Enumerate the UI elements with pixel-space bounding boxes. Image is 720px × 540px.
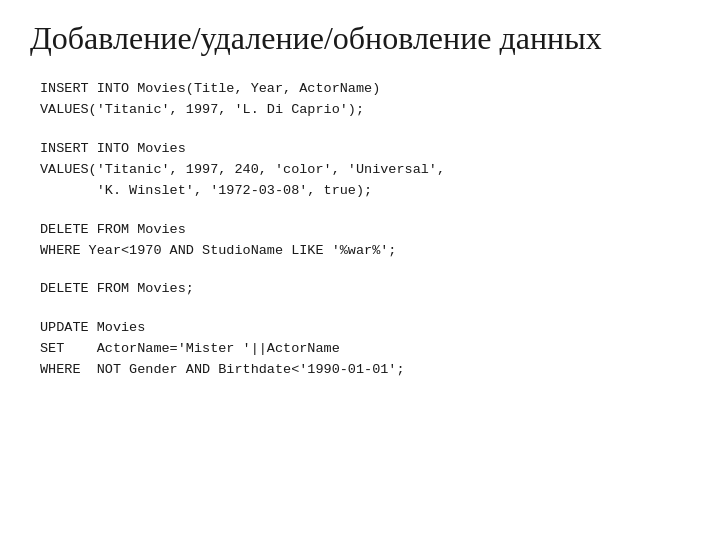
delete1-line1: DELETE FROM Movies — [40, 220, 690, 241]
update1-line2: SET ActorName='Mister '||ActorName — [40, 339, 690, 360]
insert2-section: INSERT INTO Movies VALUES('Titanic', 199… — [40, 139, 690, 202]
insert1-section: INSERT INTO Movies(Title, Year, ActorNam… — [40, 79, 690, 121]
insert2-line2: VALUES('Titanic', 1997, 240, 'color', 'U… — [40, 160, 690, 181]
delete2-section: DELETE FROM Movies; — [40, 279, 690, 300]
update1-section: UPDATE Movies SET ActorName='Mister '||A… — [40, 318, 690, 381]
update1-line3: WHERE NOT Gender AND Birthdate<'1990-01-… — [40, 360, 690, 381]
page: Добавление/удаление/обновление данных IN… — [0, 0, 720, 540]
insert2-line1: INSERT INTO Movies — [40, 139, 690, 160]
delete2-line1: DELETE FROM Movies; — [40, 279, 690, 300]
insert2-line3: 'K. Winslet', '1972-03-08', true); — [40, 181, 690, 202]
insert1-line1: INSERT INTO Movies(Title, Year, ActorNam… — [40, 79, 690, 100]
code-content: INSERT INTO Movies(Title, Year, ActorNam… — [40, 79, 690, 381]
update1-line1: UPDATE Movies — [40, 318, 690, 339]
insert1-line2: VALUES('Titanic', 1997, 'L. Di Caprio'); — [40, 100, 690, 121]
page-title: Добавление/удаление/обновление данных — [30, 20, 690, 57]
delete1-section: DELETE FROM Movies WHERE Year<1970 AND S… — [40, 220, 690, 262]
delete1-line2: WHERE Year<1970 AND StudioName LIKE '%wa… — [40, 241, 690, 262]
